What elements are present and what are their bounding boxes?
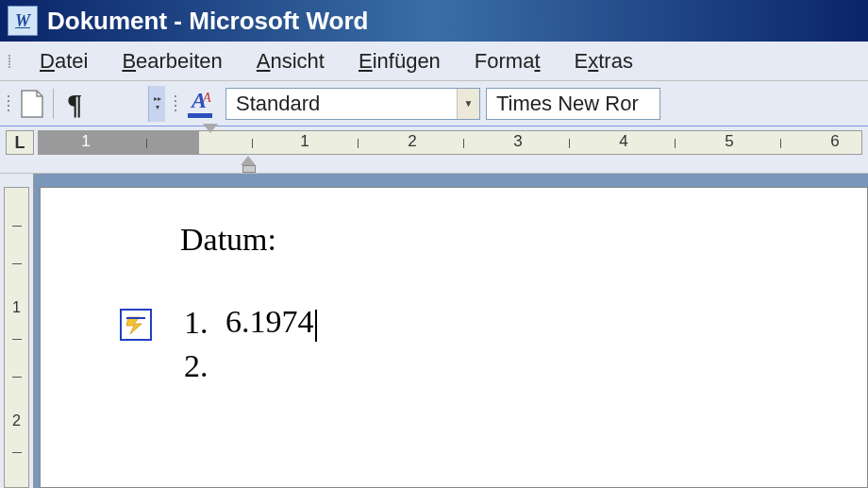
- document-page[interactable]: Datum: 1. 6.1974 2.: [40, 187, 868, 488]
- list-number: 1.: [180, 305, 225, 341]
- font-color-button[interactable]: A A: [182, 87, 220, 121]
- ruler-mark: 2: [408, 132, 416, 151]
- autocorrect-smarttag-button[interactable]: [120, 309, 152, 341]
- menu-grip-icon[interactable]: [6, 49, 13, 74]
- ruler-mark: 3: [513, 132, 522, 151]
- menu-edit[interactable]: Bearbeiten: [105, 43, 239, 79]
- ruler-mark: 4: [619, 132, 627, 151]
- toolbar-grip-icon[interactable]: [8, 95, 9, 111]
- text-cursor: [315, 310, 317, 342]
- vertical-ruler-wrap: 1 2: [0, 174, 34, 488]
- tab-selector-button[interactable]: L: [6, 130, 34, 155]
- new-document-icon: [20, 90, 44, 118]
- list-text: 6.1974: [225, 304, 317, 341]
- ruler-mark: 1: [300, 132, 309, 151]
- titlebar: Dokument - Microsoft Word: [0, 0, 868, 42]
- style-selector[interactable]: Standard ▼: [225, 88, 480, 120]
- vruler-mark: 2: [12, 412, 21, 429]
- svg-text:A: A: [202, 91, 211, 105]
- word-app-icon: [8, 6, 38, 36]
- ruler-mark: 5: [725, 132, 733, 151]
- toolbar-grip-icon[interactable]: [175, 95, 176, 111]
- list-item: 1. 6.1974: [180, 301, 867, 345]
- ruler-mark: 1: [81, 132, 90, 151]
- hanging-indent-marker[interactable]: [241, 156, 256, 165]
- document-area: 1 2 Datum: 1. 6.1974 2.: [0, 174, 868, 488]
- window-title: Dokument - Microsoft Word: [47, 7, 368, 36]
- menubar: Datei Bearbeiten Ansicht Einfügen Format…: [0, 42, 868, 81]
- toolbar-divider: [53, 89, 54, 119]
- toolbar: ¶ ▸▸ ▾ A A Standard ▼ Times New Ror: [0, 81, 868, 126]
- show-formatting-button[interactable]: ¶: [58, 87, 92, 121]
- font-color-icon: A A: [182, 87, 220, 121]
- menu-format[interactable]: Format: [458, 43, 558, 79]
- style-selector-value: Standard: [226, 92, 457, 116]
- menu-file[interactable]: Datei: [23, 43, 105, 79]
- ruler-margin: [39, 131, 199, 154]
- ruler-row: L 1 1 2 3 4 5 6: [0, 126, 868, 174]
- font-selector[interactable]: Times New Ror: [486, 88, 660, 120]
- ruler-mark: 6: [830, 132, 839, 151]
- vertical-ruler[interactable]: 1 2: [4, 187, 29, 488]
- first-line-indent-marker[interactable]: [203, 124, 218, 133]
- list-number: 2.: [180, 348, 225, 384]
- lightning-icon: [125, 315, 147, 334]
- menu-extras[interactable]: Extras: [558, 43, 650, 79]
- menu-view[interactable]: Ansicht: [240, 43, 342, 79]
- toolbar-overflow-button[interactable]: ▸▸ ▾: [148, 86, 165, 122]
- chevron-down-icon[interactable]: ▼: [457, 89, 479, 119]
- menu-insert[interactable]: Einfügen: [342, 43, 458, 79]
- new-document-button[interactable]: [15, 87, 49, 121]
- horizontal-ruler[interactable]: 1 1 2 3 4 5 6: [38, 130, 862, 155]
- svg-rect-2: [188, 113, 212, 118]
- document-heading: Datum:: [180, 222, 867, 258]
- vruler-mark: 1: [12, 299, 21, 316]
- list-item: 2.: [180, 345, 867, 388]
- font-selector-value: Times New Ror: [487, 92, 648, 116]
